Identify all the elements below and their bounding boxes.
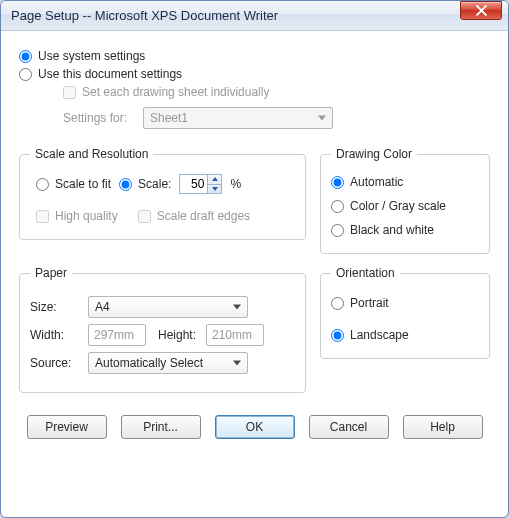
drawing-color-group: Drawing Color Automatic Color / Gray sca…: [320, 147, 490, 254]
spinner-down-button[interactable]: [208, 184, 221, 194]
orientation-portrait-label: Portrait: [350, 296, 389, 310]
color-automatic-label: Automatic: [350, 175, 403, 189]
paper-size-label: Size:: [30, 300, 88, 314]
chevron-down-icon: [318, 116, 326, 121]
help-button[interactable]: Help: [403, 415, 483, 439]
set-each-label: Set each drawing sheet individually: [82, 85, 269, 99]
scale-to-fit-label: Scale to fit: [55, 177, 111, 191]
chevron-down-icon: [233, 305, 241, 310]
settings-for-row: Settings for: Sheet1: [63, 107, 490, 129]
scale-resolution-group: Scale and Resolution Scale to fit Scale:: [19, 147, 306, 240]
color-gray-radio[interactable]: [331, 200, 344, 213]
paper-size-combo[interactable]: A4: [88, 296, 248, 318]
scale-to-fit-radio[interactable]: [36, 178, 49, 191]
orientation-landscape-row[interactable]: Landscape: [331, 328, 479, 342]
use-system-row[interactable]: Use system settings: [19, 49, 490, 63]
use-system-label: Use system settings: [38, 49, 145, 63]
paper-height-value: 210mm: [212, 328, 252, 342]
scale-to-fit-row[interactable]: Scale to fit: [36, 177, 111, 191]
color-gray-label: Color / Gray scale: [350, 199, 446, 213]
settings-for-label: Settings for:: [63, 111, 143, 125]
window-title: Page Setup -- Microsoft XPS Document Wri…: [11, 8, 504, 23]
set-each-row: Set each drawing sheet individually: [63, 85, 490, 99]
high-quality-label: High quality: [55, 209, 118, 223]
color-automatic-radio[interactable]: [331, 176, 344, 189]
print-button[interactable]: Print...: [121, 415, 201, 439]
use-document-radio[interactable]: [19, 68, 32, 81]
orientation-landscape-label: Landscape: [350, 328, 409, 342]
titlebar[interactable]: Page Setup -- Microsoft XPS Document Wri…: [1, 1, 508, 31]
color-automatic-row[interactable]: Automatic: [331, 175, 479, 189]
paper-width-value: 297mm: [94, 328, 134, 342]
use-system-radio[interactable]: [19, 50, 32, 63]
ok-button[interactable]: OK: [215, 415, 295, 439]
paper-height-field[interactable]: 210mm: [206, 324, 264, 346]
color-bw-label: Black and white: [350, 223, 434, 237]
close-button[interactable]: [460, 1, 502, 20]
scale-input[interactable]: [179, 174, 207, 194]
paper-group: Paper Size: A4 Width: 297mm Height: 210: [19, 266, 306, 393]
paper-width-field[interactable]: 297mm: [88, 324, 146, 346]
use-document-row[interactable]: Use this document settings: [19, 67, 490, 81]
drawing-color-legend: Drawing Color: [331, 147, 417, 161]
orientation-portrait-row[interactable]: Portrait: [331, 296, 479, 310]
scale-draft-row: Scale draft edges: [138, 209, 250, 223]
paper-height-label: Height:: [158, 328, 206, 342]
color-bw-row[interactable]: Black and white: [331, 223, 479, 237]
close-icon: [476, 5, 487, 16]
color-bw-radio[interactable]: [331, 224, 344, 237]
scale-spinner[interactable]: [179, 174, 222, 194]
use-document-label: Use this document settings: [38, 67, 182, 81]
paper-width-label: Width:: [30, 328, 88, 342]
chevron-down-icon: [212, 187, 218, 191]
high-quality-row: High quality: [36, 209, 118, 223]
scale-draft-label: Scale draft edges: [157, 209, 250, 223]
paper-source-combo[interactable]: Automatically Select: [88, 352, 248, 374]
scale-suffix: %: [230, 177, 241, 191]
scale-radio[interactable]: [119, 178, 132, 191]
scale-legend: Scale and Resolution: [30, 147, 153, 161]
button-bar: Preview Print... OK Cancel Help: [19, 415, 490, 439]
high-quality-checkbox: [36, 210, 49, 223]
preview-button[interactable]: Preview: [27, 415, 107, 439]
scale-label: Scale:: [138, 177, 171, 191]
page-setup-dialog: Page Setup -- Microsoft XPS Document Wri…: [0, 0, 509, 518]
dialog-body: Use system settings Use this document se…: [1, 31, 508, 449]
spinner-up-button[interactable]: [208, 175, 221, 184]
set-each-checkbox: [63, 86, 76, 99]
orientation-group: Orientation Portrait Landscape: [320, 266, 490, 359]
orientation-portrait-radio[interactable]: [331, 297, 344, 310]
scale-draft-checkbox: [138, 210, 151, 223]
settings-for-value: Sheet1: [150, 111, 188, 125]
chevron-down-icon: [233, 361, 241, 366]
paper-size-value: A4: [95, 300, 110, 314]
chevron-up-icon: [212, 177, 218, 181]
paper-legend: Paper: [30, 266, 72, 280]
orientation-landscape-radio[interactable]: [331, 329, 344, 342]
orientation-legend: Orientation: [331, 266, 400, 280]
settings-for-combo: Sheet1: [143, 107, 333, 129]
cancel-button[interactable]: Cancel: [309, 415, 389, 439]
color-gray-row[interactable]: Color / Gray scale: [331, 199, 479, 213]
paper-source-value: Automatically Select: [95, 356, 203, 370]
paper-source-label: Source:: [30, 356, 88, 370]
scale-row-option[interactable]: Scale:: [119, 177, 171, 191]
